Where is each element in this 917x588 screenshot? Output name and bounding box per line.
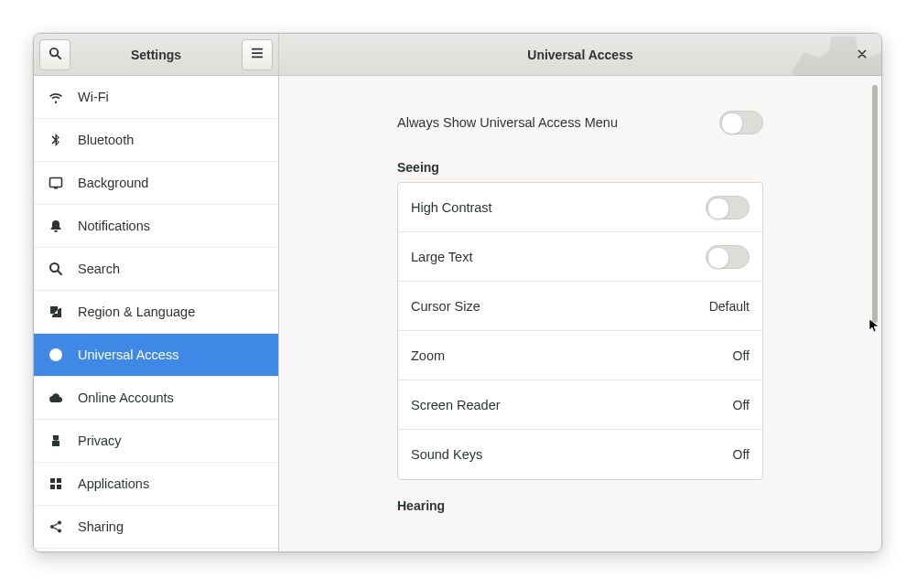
wifi-icon bbox=[49, 90, 63, 104]
search-icon bbox=[49, 262, 63, 276]
row-large-text[interactable]: Large Text bbox=[398, 232, 762, 282]
row-label: Zoom bbox=[411, 348, 733, 363]
online-icon bbox=[49, 390, 63, 405]
titlebar-right: Universal Access bbox=[279, 34, 881, 75]
sidebar-item-label: Universal Access bbox=[78, 347, 178, 362]
hamburger-button[interactable] bbox=[242, 39, 273, 70]
row-screen-reader[interactable]: Screen ReaderOff bbox=[398, 380, 762, 430]
sidebar-item-background[interactable]: Background bbox=[34, 162, 278, 205]
svg-point-4 bbox=[50, 263, 59, 272]
svg-point-14 bbox=[50, 525, 54, 529]
sidebar-item-label: Search bbox=[78, 262, 120, 276]
sidebar-item-label: Wi-Fi bbox=[78, 90, 109, 104]
search-icon bbox=[49, 47, 62, 63]
svg-rect-10 bbox=[57, 478, 61, 483]
always-show-switch[interactable] bbox=[719, 111, 763, 134]
row-value: Off bbox=[733, 447, 750, 462]
sidebar-item-search[interactable]: Search bbox=[34, 248, 278, 291]
titlebar-left: Settings bbox=[34, 34, 279, 75]
content-title: Universal Access bbox=[279, 48, 881, 62]
sidebar-item-label: Applications bbox=[78, 476, 149, 491]
high-contrast-switch[interactable] bbox=[706, 196, 750, 219]
svg-point-0 bbox=[49, 48, 57, 55]
sidebar-item-notifications[interactable]: Notifications bbox=[34, 205, 278, 248]
universal-icon bbox=[49, 347, 63, 362]
sidebar-item-universal[interactable]: Universal Access bbox=[34, 334, 278, 377]
section-title-hearing: Hearing bbox=[397, 498, 763, 513]
svg-rect-9 bbox=[50, 478, 55, 483]
sidebar-item-label: Bluetooth bbox=[78, 133, 134, 147]
content-inner: Always Show Universal Access Menu Seeing… bbox=[397, 103, 763, 513]
titlebar: Settings Universal Access bbox=[34, 34, 881, 76]
background-icon bbox=[49, 176, 63, 190]
content-scrollbar[interactable] bbox=[872, 85, 878, 542]
svg-point-13 bbox=[58, 521, 61, 525]
applications-icon bbox=[49, 476, 63, 491]
section-list-seeing: High ContrastLarge TextCursor SizeDefaul… bbox=[397, 182, 763, 480]
svg-rect-3 bbox=[54, 187, 58, 189]
sidebar-item-sharing[interactable]: Sharing bbox=[34, 506, 278, 549]
content-scroll[interactable]: Always Show Universal Access Menu Seeing… bbox=[279, 76, 881, 551]
row-value: Default bbox=[709, 299, 750, 314]
row-high-contrast[interactable]: High Contrast bbox=[398, 183, 762, 232]
svg-point-15 bbox=[58, 529, 61, 533]
region-icon bbox=[49, 305, 63, 319]
row-label: Large Text bbox=[411, 250, 706, 264]
sidebar-item-label: Notifications bbox=[78, 219, 150, 233]
sidebar-item-label: Privacy bbox=[78, 433, 122, 448]
window-body: Wi-FiBluetoothBackgroundNotificationsSea… bbox=[34, 76, 881, 551]
bluetooth-icon bbox=[49, 133, 63, 147]
svg-rect-11 bbox=[50, 485, 55, 489]
sidebar[interactable]: Wi-FiBluetoothBackgroundNotificationsSea… bbox=[34, 76, 279, 551]
svg-point-7 bbox=[55, 350, 58, 353]
close-icon bbox=[857, 47, 868, 62]
sidebar-item-bluetooth[interactable]: Bluetooth bbox=[34, 119, 278, 162]
sidebar-item-wifi[interactable]: Wi-Fi bbox=[34, 76, 278, 119]
row-sound-keys[interactable]: Sound KeysOff bbox=[398, 430, 762, 479]
row-value: Off bbox=[733, 348, 750, 363]
sidebar-item-label: Background bbox=[78, 176, 148, 190]
row-zoom[interactable]: ZoomOff bbox=[398, 331, 762, 380]
large-text-switch[interactable] bbox=[706, 245, 750, 269]
row-label: High Contrast bbox=[411, 200, 706, 215]
svg-rect-8 bbox=[53, 441, 59, 446]
sidebar-item-region[interactable]: Region & Language bbox=[34, 291, 278, 334]
section-title-seeing: Seeing bbox=[397, 160, 763, 175]
settings-window: Settings Universal Access Wi-FiBluetooth… bbox=[33, 33, 882, 552]
scrollbar-thumb[interactable] bbox=[872, 85, 878, 323]
always-show-row[interactable]: Always Show Universal Access Menu bbox=[397, 103, 763, 142]
search-button[interactable] bbox=[39, 39, 70, 70]
row-label: Cursor Size bbox=[411, 299, 709, 314]
content-area: Always Show Universal Access Menu Seeing… bbox=[279, 76, 881, 551]
sidebar-item-online[interactable]: Online Accounts bbox=[34, 377, 278, 420]
hamburger-icon bbox=[251, 47, 264, 62]
sidebar-item-label: Online Accounts bbox=[78, 390, 174, 405]
row-cursor-size[interactable]: Cursor SizeDefault bbox=[398, 282, 762, 331]
close-button[interactable] bbox=[848, 41, 876, 69]
svg-rect-12 bbox=[57, 485, 61, 489]
sidebar-item-privacy[interactable]: Privacy bbox=[34, 420, 278, 463]
row-label: Screen Reader bbox=[411, 398, 733, 412]
svg-rect-2 bbox=[50, 178, 62, 187]
sidebar-item-applications[interactable]: Applications bbox=[34, 463, 278, 506]
notifications-icon bbox=[49, 219, 63, 233]
sidebar-item-label: Region & Language bbox=[78, 305, 195, 319]
sharing-icon bbox=[49, 519, 63, 534]
svg-line-1 bbox=[57, 55, 59, 58]
privacy-icon bbox=[49, 433, 63, 448]
svg-line-5 bbox=[59, 272, 62, 275]
always-show-label: Always Show Universal Access Menu bbox=[397, 115, 719, 130]
sidebar-item-label: Sharing bbox=[78, 519, 124, 534]
row-label: Sound Keys bbox=[411, 447, 733, 462]
row-value: Off bbox=[733, 398, 750, 412]
